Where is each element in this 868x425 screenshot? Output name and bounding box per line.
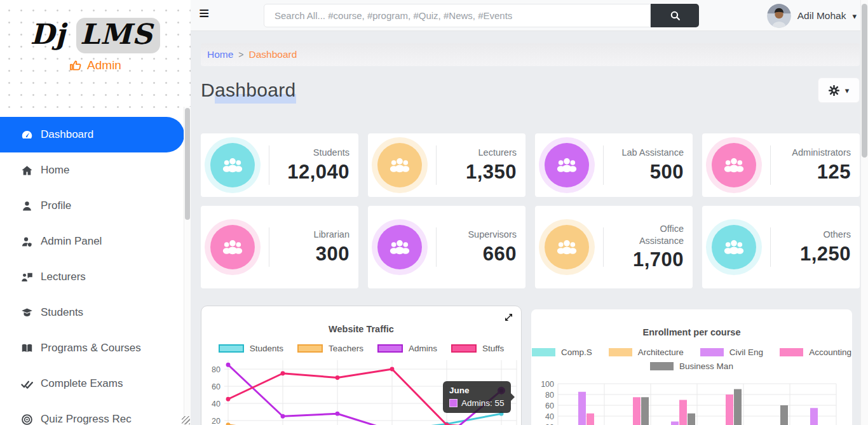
stat-value: 125 bbox=[781, 161, 851, 184]
data-point bbox=[226, 363, 231, 367]
breadcrumb: Home > Dashboard bbox=[201, 43, 860, 66]
data-point bbox=[336, 412, 340, 416]
bar-accounting bbox=[679, 400, 687, 425]
y-axis-tick: 80 bbox=[545, 391, 554, 400]
gear-icon bbox=[829, 85, 839, 96]
y-axis-tick: 80 bbox=[212, 365, 220, 374]
sidebar-item-label: Students bbox=[41, 306, 83, 319]
chevron-down-icon: ▾ bbox=[845, 86, 850, 95]
stat-icon bbox=[539, 137, 595, 193]
people-group-icon bbox=[377, 143, 422, 187]
legend-item-comp-s[interactable]: Comp.S bbox=[532, 347, 592, 357]
sidebar-item-complete-exams[interactable]: Complete Exams bbox=[0, 366, 191, 401]
website-traffic-card: Website Traffic StudentsTeachersAdminsSt… bbox=[201, 306, 522, 425]
legend-item-civil-eng[interactable]: Civil Eng bbox=[700, 347, 763, 357]
target-icon bbox=[21, 414, 33, 425]
search-group bbox=[264, 4, 699, 27]
legend-item-architecture[interactable]: Architecture bbox=[609, 347, 684, 357]
legend-label: Comp.S bbox=[561, 347, 592, 357]
sidebar-nav: DashboardHomeProfileAdmin PanelLecturers… bbox=[0, 117, 191, 425]
sidebar-item-admin-panel[interactable]: Admin Panel bbox=[0, 224, 191, 259]
y-axis-tick: 40 bbox=[212, 400, 220, 408]
legend-label: Architecture bbox=[638, 347, 684, 357]
sidebar-item-home[interactable]: Home bbox=[0, 152, 191, 188]
stat-value: 1,350 bbox=[447, 161, 517, 184]
avatar bbox=[767, 4, 791, 28]
legend-label: Business Man bbox=[679, 361, 733, 371]
stat-card-students: Students12,040 bbox=[201, 133, 358, 197]
sidebar-item-lecturers[interactable]: Lecturers bbox=[0, 259, 191, 295]
bar-civil-eng bbox=[671, 422, 679, 425]
user-menu[interactable]: Adil Mohak ▾ bbox=[767, 3, 857, 29]
people-group-icon bbox=[210, 143, 255, 187]
legend-label: Admins bbox=[409, 344, 437, 353]
stat-icon bbox=[372, 137, 428, 193]
legend-item-teachers[interactable]: Teachers bbox=[297, 344, 363, 353]
sidebar-item-profile[interactable]: Profile bbox=[0, 188, 191, 224]
stat-card-office-assistance: Office Assistance1,700 bbox=[535, 206, 693, 288]
bar-civil-eng bbox=[578, 392, 586, 425]
stat-cards-grid: Students12,040Lecturers1,350Lab Assistan… bbox=[201, 133, 860, 288]
people-group-icon bbox=[377, 225, 422, 269]
stat-icon bbox=[372, 219, 428, 275]
user-icon bbox=[21, 200, 33, 212]
search-button[interactable] bbox=[651, 4, 699, 27]
legend-label: Accounting bbox=[809, 347, 851, 357]
legend-item-accounting[interactable]: Accounting bbox=[780, 347, 851, 357]
stat-card-administrators: Administrators125 bbox=[702, 133, 860, 197]
lecturer-icon bbox=[21, 271, 33, 283]
people-group-icon bbox=[545, 225, 589, 269]
page-scrollbar-thumb[interactable] bbox=[862, 4, 867, 158]
y-axis-tick: 100 bbox=[541, 380, 554, 389]
bar-chart-legend-row1: Comp.SArchitectureCivil EngAccounting bbox=[531, 347, 852, 357]
y-axis-tick: 40 bbox=[545, 412, 554, 421]
sidebar-item-dashboard[interactable]: Dashboard bbox=[0, 117, 184, 152]
admin-user-icon bbox=[21, 236, 33, 248]
book-icon bbox=[21, 342, 33, 354]
legend-item-students[interactable]: Students bbox=[219, 344, 283, 353]
sidebar: Dj LMS Admin DashboardHomeProfileAdmin P… bbox=[0, 0, 191, 425]
legend-item-stuffs[interactable]: Stuffs bbox=[451, 344, 504, 353]
divider bbox=[269, 227, 269, 267]
data-point bbox=[226, 397, 231, 401]
legend-item-business-man[interactable]: Business Man bbox=[650, 361, 733, 371]
expand-icon[interactable] bbox=[504, 313, 513, 325]
stat-card-lab-assistance: Lab Assistance500 bbox=[535, 133, 693, 197]
people-group-icon bbox=[210, 225, 255, 269]
app: Dj LMS Admin DashboardHomeProfileAdmin P… bbox=[0, 0, 868, 425]
graduate-icon bbox=[21, 307, 33, 319]
resize-grip[interactable] bbox=[182, 416, 190, 424]
stat-label: Lecturers bbox=[447, 147, 517, 159]
data-point bbox=[226, 422, 231, 425]
stat-value: 1,250 bbox=[781, 243, 851, 266]
tooltip-label: Admins: 55 bbox=[461, 398, 505, 408]
chart-title: Enrollment per course bbox=[531, 327, 852, 337]
stat-card-lecturers: Lecturers1,350 bbox=[368, 133, 526, 197]
sidebar-item-programs-courses[interactable]: Programs & Courses bbox=[0, 330, 191, 366]
bar-business-man bbox=[734, 389, 742, 425]
home-icon bbox=[21, 165, 33, 177]
chevron-down-icon: ▾ bbox=[852, 11, 857, 21]
sidebar-item-quiz-progress-rec[interactable]: Quiz Progress Rec bbox=[0, 401, 191, 425]
legend-item-admins[interactable]: Admins bbox=[377, 344, 437, 353]
data-point bbox=[281, 414, 285, 419]
page-content: Home > Dashboard Dashboard ▾ Students12,… bbox=[191, 43, 868, 425]
people-group-icon bbox=[712, 143, 756, 187]
stat-icon bbox=[205, 219, 261, 275]
heading-row: Dashboard ▾ bbox=[201, 77, 860, 104]
hamburger-menu-icon[interactable]: ≡ bbox=[199, 3, 209, 24]
divider bbox=[269, 145, 269, 185]
app-logo: Dj LMS bbox=[0, 18, 191, 50]
sidebar-scrollbar[interactable] bbox=[184, 107, 191, 425]
sidebar-scrollbar-thumb[interactable] bbox=[185, 108, 190, 220]
line-series-students bbox=[228, 414, 501, 425]
settings-button[interactable]: ▾ bbox=[818, 78, 860, 103]
search-input[interactable] bbox=[264, 4, 651, 27]
sidebar-item-label: Home bbox=[41, 164, 69, 177]
sidebar-item-students[interactable]: Students bbox=[0, 295, 191, 330]
page-scrollbar[interactable] bbox=[860, 0, 868, 425]
stat-icon bbox=[706, 137, 762, 193]
breadcrumb-home-link[interactable]: Home bbox=[207, 49, 233, 60]
stat-label: Supervisors bbox=[447, 229, 517, 241]
bar-civil-eng bbox=[810, 408, 818, 425]
